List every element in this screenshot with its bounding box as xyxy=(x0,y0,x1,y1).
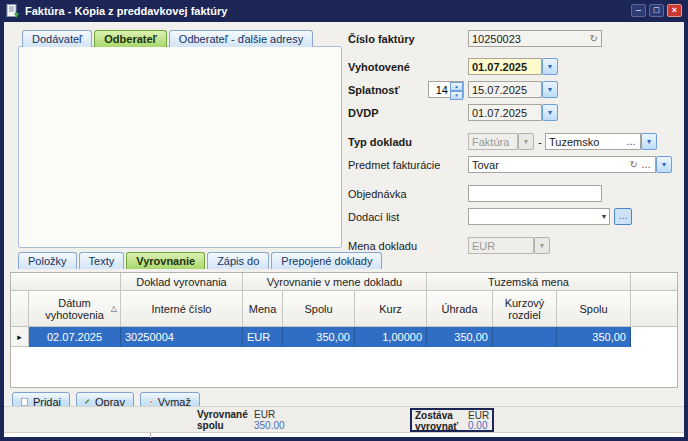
dvdp-label: DVDP xyxy=(348,104,379,121)
window-title: Faktúra - Kópia z preddavkovej faktúry xyxy=(25,5,227,17)
col-interne-cislo[interactable]: Interné číslo xyxy=(121,291,243,327)
dodaci-list-lookup-button[interactable]: … xyxy=(614,208,632,225)
tab-prepojene-doklady[interactable]: Prepojené doklady xyxy=(271,252,382,269)
vyhotovene-field[interactable]: 01.07.2025 xyxy=(468,58,542,75)
dialog-content: Dodávateľ Odberateľ Odberateľ - ďalšie a… xyxy=(4,22,684,437)
group-header-doklad: Doklad vyrovnania xyxy=(121,273,243,291)
cell-kurzovy-rozdiel[interactable] xyxy=(493,327,557,347)
zostava-value: 0.00 xyxy=(468,420,487,431)
col-kurz[interactable]: Kurz xyxy=(355,291,427,327)
predmet-counter-icon[interactable]: ↻ xyxy=(630,159,638,170)
vyrovnane-spolu-label: Vyrovnané spolu xyxy=(197,409,253,431)
col-filler xyxy=(631,291,677,327)
maximize-button[interactable]: □ xyxy=(649,4,664,17)
dvdp-field[interactable]: 01.07.2025 xyxy=(468,104,542,121)
dodaci-list-field[interactable]: ▾ xyxy=(468,208,610,225)
customer-panel xyxy=(18,46,342,248)
cell-kurz[interactable]: 1,00000 xyxy=(355,327,427,347)
cislo-faktury-field[interactable]: 10250023 ↻ xyxy=(468,30,602,47)
typ-dokladu-field: Faktúra xyxy=(468,133,518,150)
group-header-filler xyxy=(631,273,677,291)
zostava-vyrovnat-box: Zostáva vyrovnať EUR 0.00 xyxy=(410,408,494,432)
close-button[interactable]: × xyxy=(667,4,682,17)
invoice-dialog: Faktúra - Kópia z preddavkovej faktúry –… xyxy=(0,0,688,441)
tab-odberatel-dalsie-adresy[interactable]: Odberateľ - ďalšie adresy xyxy=(169,30,313,47)
predmet-lookup-icon[interactable]: … xyxy=(641,160,652,170)
typ-dokladu-dropdown-button: ▾ xyxy=(518,133,534,150)
col-spolu-doklad[interactable]: Spolu xyxy=(283,291,355,327)
splatnost-label: Splatnosť xyxy=(348,81,400,98)
col-indicator xyxy=(11,291,29,327)
tab-zapis-do[interactable]: Zápis do xyxy=(207,252,269,269)
grid-group-header-row: Doklad vyrovnania Vyrovnanie v mene dokl… xyxy=(11,273,677,291)
cell-uhrada[interactable]: 350,00 xyxy=(427,327,493,347)
detail-tabs: Položky Texty Vyrovnanie Zápis do Prepoj… xyxy=(18,252,382,269)
tab-texty[interactable]: Texty xyxy=(79,252,125,269)
group-header-empty xyxy=(11,273,121,291)
dodaci-list-label: Dodací list xyxy=(348,208,399,225)
mena-dokladu-dropdown-button: ▾ xyxy=(534,237,550,254)
vyrovnane-currency: EUR xyxy=(254,409,275,420)
cell-spolu-tuzemska[interactable]: 350,00 xyxy=(557,327,631,347)
col-mena[interactable]: Mena xyxy=(243,291,283,327)
dodaci-list-arrow-icon[interactable]: ▾ xyxy=(602,212,606,221)
objednavka-field[interactable] xyxy=(468,185,602,202)
number-counter-icon[interactable]: ↻ xyxy=(590,33,598,44)
tab-odberatel[interactable]: Odberateľ xyxy=(94,30,167,47)
splatnost-days-stepper[interactable]: 14 ▴ ▾ xyxy=(428,81,464,98)
group-header-tuzemska-mena: Tuzemská mena xyxy=(427,273,631,291)
stepper-down-icon[interactable]: ▾ xyxy=(450,91,463,100)
titlebar[interactable]: Faktúra - Kópia z preddavkovej faktúry –… xyxy=(0,0,688,22)
dvdp-dropdown-button[interactable]: ▾ xyxy=(542,104,558,121)
mena-dokladu-field: EUR xyxy=(468,237,534,254)
table-row[interactable]: ▸ 02.07.2025 30250004 EUR 350,00 1,00000… xyxy=(11,327,677,347)
typ-smer-dropdown-button[interactable]: ▾ xyxy=(641,133,657,150)
objednavka-label: Objednávka xyxy=(348,185,407,202)
footer-strip xyxy=(4,432,684,437)
splatnost-field[interactable]: 15.07.2025 xyxy=(468,81,542,98)
minimize-button[interactable]: – xyxy=(631,4,646,17)
stepper-up-icon[interactable]: ▴ xyxy=(450,82,463,91)
cislo-faktury-label: Číslo faktúry xyxy=(348,30,415,47)
splatnost-dropdown-button[interactable]: ▾ xyxy=(542,81,558,98)
row-pointer-icon: ▸ xyxy=(11,327,29,347)
sort-ascending-icon: △ xyxy=(111,304,117,313)
footer-divider xyxy=(150,433,151,438)
address-tabs: Dodávateľ Odberateľ Odberateľ - ďalšie a… xyxy=(22,30,313,47)
cell-spolu-doklad[interactable]: 350,00 xyxy=(283,327,355,347)
cell-datum[interactable]: 02.07.2025 xyxy=(29,327,121,347)
predmet-label: Predmet fakturácie xyxy=(348,156,440,173)
col-kurzovy-rozdiel[interactable]: Kurzový rozdiel xyxy=(493,291,557,327)
typ-smer-lookup-icon[interactable]: … xyxy=(626,137,637,147)
tab-polozky[interactable]: Položky xyxy=(18,252,77,269)
cell-interne-cislo[interactable]: 30250004 xyxy=(121,327,243,347)
zostava-vyrovnat-label: Zostáva vyrovnať xyxy=(415,410,463,432)
vyrovnane-value: 350.00 xyxy=(254,420,285,431)
totals-bar: Vyrovnané spolu EUR 350.00 Zostáva vyrov… xyxy=(4,406,684,432)
group-header-mena-dokladu: Vyrovnanie v mene dokladu xyxy=(243,273,427,291)
typ-smer-field[interactable]: Tuzemsko … xyxy=(545,133,641,150)
typ-separator: - xyxy=(538,133,542,150)
grid-column-header-row: Dátum vyhotovenia △ Interné číslo Mena S… xyxy=(11,291,677,327)
predmet-dropdown-button[interactable]: ▾ xyxy=(656,156,672,173)
col-spolu-tuzemska[interactable]: Spolu xyxy=(557,291,631,327)
settlement-grid: Doklad vyrovnania Vyrovnanie v mene dokl… xyxy=(10,272,678,388)
invoice-document-icon xyxy=(6,4,19,19)
predmet-field[interactable]: Tovar ↻ … xyxy=(468,156,656,173)
col-uhrada[interactable]: Úhrada xyxy=(427,291,493,327)
tab-vyrovnanie[interactable]: Vyrovnanie xyxy=(126,252,205,269)
cell-mena[interactable]: EUR xyxy=(243,327,283,347)
typ-dokladu-label: Typ dokladu xyxy=(348,133,412,150)
vyhotovene-dropdown-button[interactable]: ▾ xyxy=(542,58,558,75)
vyhotovene-label: Vyhotovené xyxy=(348,58,410,75)
col-datum-vyhotovenia[interactable]: Dátum vyhotovenia △ xyxy=(29,291,121,327)
tab-dodavatel[interactable]: Dodávateľ xyxy=(22,30,92,47)
